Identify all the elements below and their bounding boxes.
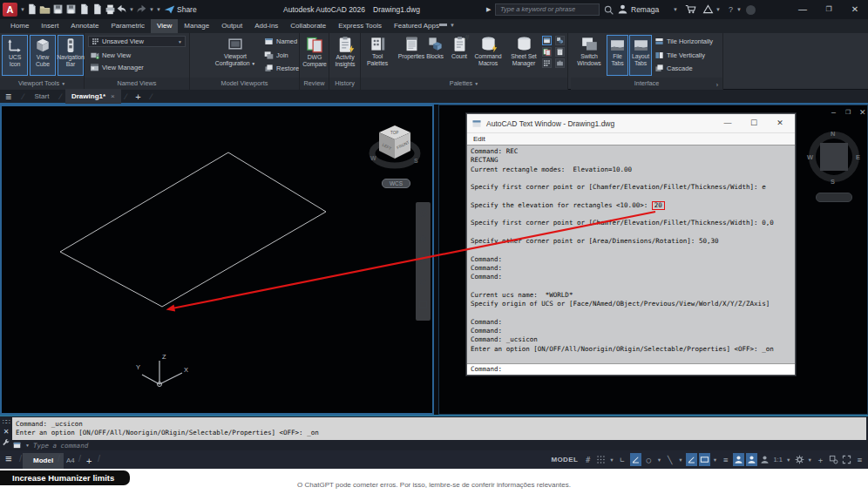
redo-icon[interactable] (136, 3, 147, 15)
ribbon-tab-parametric[interactable]: Parametric (105, 19, 151, 33)
cascade-button[interactable]: Cascade (654, 64, 693, 73)
grid-display-icon[interactable]: # (582, 453, 593, 466)
view-manager-button[interactable]: View Manager (90, 63, 144, 72)
add-layout-button[interactable]: + (86, 453, 92, 469)
new-drawing-tab-button[interactable]: + (130, 91, 146, 102)
orbit-icon[interactable] (418, 277, 428, 287)
open-icon[interactable] (39, 3, 51, 15)
right-wcs-selector[interactable] (816, 193, 852, 202)
object-snap-tracking-icon[interactable]: ╲ (664, 453, 675, 466)
settings-icon[interactable] (794, 453, 805, 466)
object-snap-tracking-caret[interactable]: ▼ (678, 457, 682, 463)
command-customize-icon[interactable] (2, 438, 10, 447)
panel-label-interface[interactable]: Interface (571, 78, 722, 90)
panel-expand-arrow[interactable]: › (716, 82, 718, 88)
customization-menu-icon[interactable]: ≡ (854, 453, 865, 466)
restore-viewport-button[interactable]: Restore (264, 64, 299, 73)
ribbon-tab-collaborate[interactable]: Collaborate (284, 19, 332, 33)
text-window-input[interactable]: Command: (467, 363, 795, 375)
undo-icon[interactable] (116, 3, 127, 15)
command-close-icon[interactable]: ✕ (2, 428, 10, 436)
text-window-maximize-icon[interactable]: ☐ (741, 114, 767, 132)
minimize-button[interactable]: — (791, 0, 814, 19)
dwg-compare-button[interactable]: DWG Compare (301, 35, 329, 76)
file-tabs-button[interactable]: File Tabs (607, 35, 628, 76)
navigation-bar-button[interactable]: Navigation Bar (58, 35, 84, 76)
clean-screen-icon[interactable] (841, 453, 852, 466)
plot-preview-icon[interactable] (78, 3, 90, 15)
help-icon[interactable]: ? (729, 0, 733, 19)
maximize-button[interactable]: ❐ (817, 0, 840, 19)
count-button[interactable]: # Count (449, 35, 470, 76)
ribbon-tab-view[interactable]: View (151, 19, 178, 33)
file-tab-drawing1[interactable]: Drawing1* × (65, 89, 121, 104)
navigation-wheel-icon[interactable] (418, 208, 428, 218)
text-window-close-icon[interactable]: ✕ (767, 114, 793, 132)
share-button[interactable]: Share (177, 0, 197, 19)
ribbon-tab-output[interactable]: Output (215, 19, 248, 33)
mini-palette-icon-6[interactable] (555, 58, 565, 68)
child-restore-icon[interactable]: ❐ (845, 108, 851, 117)
text-window-minimize-icon[interactable]: — (715, 114, 741, 132)
new-icon[interactable] (26, 3, 37, 15)
panel-label-named-views[interactable]: Named Views (85, 78, 189, 90)
mini-palette-icon-2[interactable] (555, 36, 565, 45)
blocks-button[interactable]: Blocks (422, 35, 448, 76)
isolate-objects-icon[interactable] (828, 453, 839, 466)
save-icon[interactable] (52, 3, 64, 15)
model-badge[interactable]: MODEL (551, 456, 578, 464)
ortho-mode-icon[interactable]: ∟ (617, 453, 628, 466)
layout-menu-icon[interactable]: ≡ (5, 452, 12, 465)
panel-label-review[interactable]: Review (300, 78, 329, 90)
save-as-icon[interactable] (65, 3, 77, 15)
panel-label-viewport-tools[interactable]: Viewport Tools ▼ (0, 78, 84, 90)
tool-palettes-button[interactable]: Tool Palettes (363, 35, 392, 76)
notification-icon[interactable] (746, 5, 756, 15)
child-close-icon[interactable]: ✕ (859, 108, 866, 117)
cart-icon[interactable] (685, 3, 696, 15)
ribbon-tab-add-ins[interactable]: Add-ins (248, 19, 284, 33)
ribbon-minimize-caret[interactable]: ▼ (450, 23, 455, 28)
ribbon-tab-home[interactable]: Home (4, 19, 35, 33)
named-viewport-button[interactable]: Named (264, 37, 297, 46)
command-macros-button[interactable]: Command Macros (471, 35, 505, 76)
showmotion-icon[interactable] (419, 301, 427, 308)
dynamic-input-icon[interactable] (686, 453, 697, 466)
add-workspace-icon[interactable]: + (815, 453, 826, 466)
snap-mode-icon[interactable] (595, 453, 607, 466)
autoscale-icon[interactable] (746, 453, 757, 466)
tile-vertically-button[interactable]: Tile Vertically (654, 51, 705, 60)
search-input[interactable]: Type a keyword or phrase (495, 3, 600, 16)
file-tab-close-icon[interactable]: × (111, 92, 115, 100)
join-viewport-button[interactable]: Join (264, 51, 288, 60)
mini-palette-icon-5[interactable] (542, 58, 552, 68)
viewport-configuration-button[interactable]: Viewport Configuration ▼ (207, 35, 263, 76)
ribbon-minimize-toggle[interactable] (439, 24, 447, 28)
autodesk-caret[interactable]: ▼ (715, 7, 721, 12)
panel-label-palettes[interactable]: Palettes ▼ (361, 78, 567, 90)
panel-label-model-viewports[interactable]: Model Viewports (190, 78, 299, 90)
object-snap-caret[interactable]: ▼ (657, 457, 661, 463)
ribbon-tab-express-tools[interactable]: Express Tools (332, 19, 388, 33)
navigation-bar[interactable] (416, 202, 431, 321)
close-button[interactable]: ✕ (844, 0, 866, 19)
settings-caret[interactable]: ▼ (808, 457, 812, 463)
zoom-icon[interactable] (418, 255, 428, 265)
ribbon-tab-featured-apps[interactable]: Featured Apps (388, 19, 445, 33)
ribbon-tab-annotate[interactable]: Annotate (64, 19, 105, 33)
pan-icon[interactable] (418, 233, 428, 243)
view-cube-button[interactable]: View Cube (30, 35, 56, 76)
sheet-set-manager-button[interactable]: Sheet Set Manager (507, 35, 540, 76)
user-avatar-icon[interactable] (617, 3, 628, 15)
search-icon[interactable] (603, 4, 614, 16)
wcs-selector[interactable]: WCS (382, 179, 410, 188)
share-icon[interactable] (164, 3, 175, 15)
ribbon-tab-insert[interactable]: Insert (35, 19, 64, 33)
text-window-menu-edit[interactable]: Edit (467, 133, 795, 145)
right-view-cube[interactable]: N W E S (806, 125, 862, 187)
ucs-icon-button[interactable]: UCS Icon (2, 35, 28, 76)
annotation-scale-icon[interactable] (759, 453, 770, 466)
help-caret[interactable]: ▼ (736, 7, 742, 12)
mini-palette-icon-1[interactable] (542, 36, 552, 45)
scale-value-caret[interactable]: ▼ (786, 457, 790, 463)
